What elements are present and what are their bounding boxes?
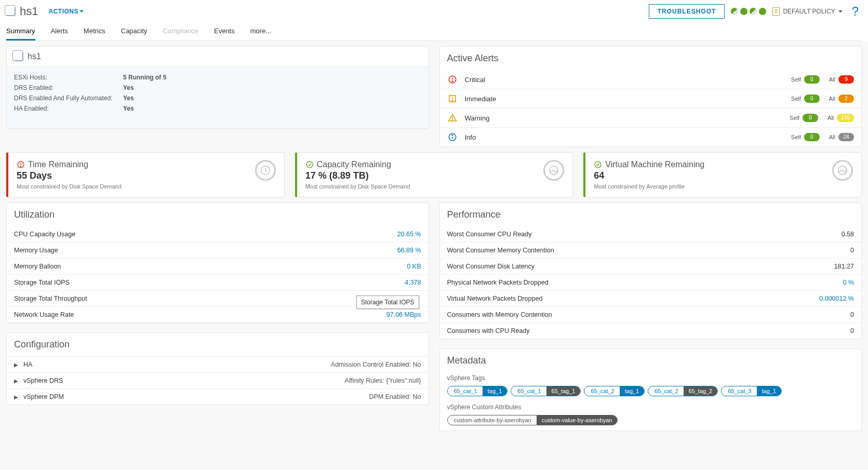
about-value: 5 Running of 5 [123, 72, 166, 83]
about-row: HA Enabled:Yes [14, 103, 421, 114]
vsphere-tag[interactable]: 65_cat_2tag_1 [584, 386, 645, 396]
tooltip: Storage Total IOPS [356, 296, 419, 309]
tab-summary[interactable]: Summary [6, 23, 35, 41]
active-alerts-panel: Active Alerts CriticalSelf0All9Immediate… [439, 46, 862, 147]
tag-category: 65_cat_3 [722, 386, 756, 396]
capacity-card[interactable]: Time Remaining55 DaysMost constrained by… [6, 152, 285, 197]
tab-events[interactable]: Events [214, 23, 235, 41]
panel-title: Configuration [7, 333, 429, 356]
capacity-icon [543, 160, 564, 181]
svg-point-10 [452, 135, 453, 136]
capacity-title: Time Remaining [17, 160, 122, 169]
health-dot [731, 8, 738, 15]
alert-severity-label: Critical [465, 76, 791, 84]
capacity-value: 17 % (8.89 TB) [305, 170, 410, 181]
vsphere-tag[interactable]: 65_cat_165_tag_1 [511, 386, 581, 396]
config-value: DPM Enabled: No [369, 393, 421, 400]
about-label: DRS Enabled And Fully Automated: [14, 93, 123, 103]
metric-value: 181.27 [834, 263, 854, 270]
tab-bar: Summary Alerts Metrics Capacity Complian… [6, 21, 862, 41]
tag-value: 65_tag_2 [684, 386, 718, 396]
tag-category: 65_cat_2 [648, 386, 683, 396]
alert-severity-icon [447, 93, 458, 104]
metadata-subheader: vSphere Tags [440, 372, 862, 383]
troubleshoot-button[interactable]: TROUBLESHOOT [649, 4, 725, 19]
metric-label: Consumers with Memory Contention [447, 311, 552, 318]
all-count-pill: 24 [838, 133, 854, 141]
health-dot [759, 8, 766, 15]
metric-value: 0 [850, 327, 854, 334]
capacity-card[interactable]: Capacity Remaining17 % (8.89 TB)Most con… [295, 152, 573, 197]
config-value: Admission Control Enabled: No [331, 361, 421, 368]
svg-point-17 [306, 162, 313, 168]
metric-value: 66.89 % [397, 247, 421, 254]
capacity-value: 64 [594, 170, 704, 181]
panel-title: Active Alerts [440, 47, 862, 70]
metric-row[interactable]: Worst Consumer Memory Contention0 [440, 242, 862, 258]
tab-metrics[interactable]: Metrics [84, 23, 105, 41]
tab-alerts[interactable]: Alerts [51, 23, 68, 41]
metric-row[interactable]: CPU Capacity Usage20.65 % [7, 226, 429, 242]
all-label: All [829, 96, 835, 102]
panel-title: Metadata [440, 349, 862, 372]
tab-more[interactable]: more... [250, 23, 271, 41]
metric-row[interactable]: Storage Total IOPS4,378 [7, 274, 429, 290]
about-label: DRS Enabled: [14, 83, 123, 93]
metric-row[interactable]: Consumers with Memory Contention0 [440, 306, 862, 323]
metric-row[interactable]: Consumers with CPU Ready0 [440, 323, 862, 339]
alert-row[interactable]: InfoSelf0All24 [440, 128, 862, 146]
metric-label: CPU Capacity Usage [14, 231, 75, 238]
policy-dropdown[interactable]: DEFAULT POLICY [772, 7, 842, 16]
vsphere-tag[interactable]: 65_cat_1tag_1 [447, 386, 508, 396]
capacity-sub: Most constrained by Disk Space Demand [305, 183, 410, 190]
tag-category: custom-attribute-by-aserobyan [448, 415, 537, 425]
config-label: HA [23, 361, 32, 368]
capacity-value: 55 Days [17, 170, 122, 181]
vsphere-tag[interactable]: 65_cat_265_tag_2 [648, 386, 718, 396]
metric-row[interactable]: Memory Usage66.89 % [7, 242, 429, 258]
svg-point-7 [452, 119, 453, 120]
config-expand[interactable]: ▶HA [14, 361, 32, 368]
custom-attribute-tag[interactable]: custom-attribute-by-aserobyancustom-valu… [447, 415, 618, 425]
svg-point-13 [20, 166, 21, 167]
metric-value: 20.65 % [397, 231, 421, 238]
actions-dropdown[interactable]: ACTIONS [48, 8, 84, 15]
alert-row[interactable]: CriticalSelf0All9 [440, 70, 862, 89]
about-value: Yes [123, 83, 134, 93]
metric-label: Worst Consumer Disk Latency [447, 263, 535, 270]
cluster-icon [14, 52, 23, 61]
capacity-card[interactable]: Virtual Machine Remaining64Most constrai… [583, 152, 862, 197]
vsphere-tag[interactable]: 65_cat_3tag_1 [721, 386, 782, 396]
self-count-pill: 0 [804, 133, 820, 141]
config-expand[interactable]: ▶vSphere DPM [14, 393, 64, 400]
help-icon[interactable]: ? [849, 4, 862, 19]
health-indicators[interactable] [731, 8, 766, 15]
metric-value: 4,378 [405, 279, 421, 286]
tag-value: tag_1 [620, 386, 645, 396]
health-dot [750, 8, 757, 15]
metric-row[interactable]: Memory Balloon0 KB [7, 258, 429, 274]
metric-row[interactable]: Physical Network Packets Dropped0 % [440, 274, 862, 290]
tag-category: 65_cat_2 [584, 386, 619, 396]
tab-capacity[interactable]: Capacity [121, 23, 148, 41]
self-label: Self [791, 96, 801, 102]
metric-row[interactable]: Virtual Network Packets Dropped0.000012 … [440, 290, 862, 306]
alert-severity-label: Info [465, 133, 791, 141]
alert-row[interactable]: ImmediateSelf0All2 [440, 89, 862, 109]
metric-value: 97.06 MBps [386, 311, 421, 318]
alert-severity-icon [447, 74, 458, 85]
all-count-pill: 216 [837, 114, 854, 122]
tag-value: tag_1 [483, 386, 508, 396]
svg-point-2 [452, 81, 453, 82]
self-count-pill: 0 [804, 95, 820, 103]
tab-compliance: Compliance [163, 23, 198, 41]
panel-title: Performance [440, 203, 862, 226]
about-label: ESXi Hosts: [14, 72, 123, 83]
metric-row[interactable]: Worst Consumer Disk Latency181.27 [440, 258, 862, 274]
config-expand[interactable]: ▶vSphere DRS [14, 377, 63, 384]
all-count-pill: 2 [838, 95, 854, 103]
metric-label: Network Usage Rate [14, 311, 74, 318]
config-value: Affinity Rules: {"rules":null} [345, 377, 421, 384]
metric-row[interactable]: Worst Consumer CPU Ready0.58 [440, 226, 862, 242]
alert-row[interactable]: WarningSelf0All216 [440, 109, 862, 128]
